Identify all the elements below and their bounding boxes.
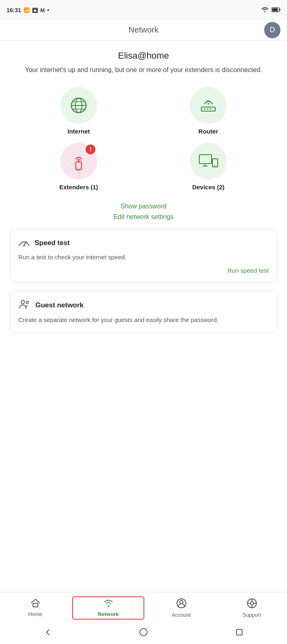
extenders-label: Extenders (1) (59, 184, 98, 191)
svg-rect-26 (33, 603, 38, 607)
account-nav-icon (176, 598, 187, 610)
devices-icon-circle (190, 143, 227, 180)
network-name: Elisa@home (10, 50, 277, 61)
globe-icon (69, 96, 88, 115)
speed-test-title: Speed test (35, 239, 70, 247)
svg-rect-2 (280, 9, 280, 11)
devices-label: Devices (2) (192, 184, 224, 191)
extender-icon (71, 151, 86, 171)
nav-item-network[interactable]: Network (72, 596, 144, 620)
user-avatar[interactable]: D (264, 22, 280, 38)
system-nav (0, 622, 287, 644)
run-speed-test-link[interactable]: Run speed test (227, 267, 269, 274)
wifi-icon (261, 7, 269, 14)
devices-item[interactable]: Devices (2) (148, 143, 269, 191)
nav-item-support[interactable]: Support (216, 596, 287, 620)
svg-point-35 (140, 629, 147, 636)
support-nav-label: Support (243, 612, 261, 618)
back-button[interactable] (42, 626, 54, 638)
svg-point-12 (210, 108, 211, 110)
svg-rect-1 (272, 9, 278, 11)
svg-point-25 (26, 301, 29, 304)
notification-icon: ■ (32, 8, 38, 13)
error-badge: ! (86, 145, 95, 154)
dot-icon: • (47, 7, 49, 13)
network-status-message: Your internet's up and running, but one … (10, 65, 277, 75)
speed-test-card: Speed test Run a test to check your inte… (10, 229, 277, 283)
router-item[interactable]: Router (148, 87, 269, 135)
svg-point-28 (180, 600, 183, 604)
svg-point-30 (250, 602, 254, 605)
svg-rect-14 (76, 162, 82, 169)
status-bar: 16:31 📶 ■ M • (0, 0, 287, 20)
edit-network-link[interactable]: Edit network settings (10, 213, 277, 221)
guest-network-title: Guest network (35, 301, 84, 309)
nav-item-account[interactable]: Account (146, 596, 216, 620)
router-label: Router (199, 128, 218, 135)
svg-point-24 (21, 300, 24, 304)
svg-point-21 (214, 165, 215, 166)
status-time: 16:31 (7, 7, 21, 13)
network-nav-icon (103, 599, 114, 609)
recent-apps-button[interactable] (233, 626, 245, 638)
svg-rect-17 (199, 155, 212, 164)
nav-item-home[interactable]: Home (0, 596, 71, 620)
router-icon (198, 96, 219, 114)
guest-network-card: Guest network Create a separate network … (10, 291, 277, 333)
main-content: Elisa@home Your internet's up and runnin… (0, 41, 287, 592)
home-nav-icon (30, 598, 41, 609)
support-nav-icon (247, 598, 257, 610)
svg-point-10 (204, 108, 205, 110)
bottom-nav: Home Network Account (0, 592, 287, 622)
svg-point-11 (207, 108, 208, 110)
battery-icon (272, 7, 280, 14)
signal-icon: 📶 (24, 7, 30, 13)
guest-network-description: Create a separate network for your guest… (18, 315, 269, 325)
network-nav-label: Network (98, 611, 119, 617)
gmail-icon: M (40, 7, 45, 13)
speed-test-action: Run speed test (18, 267, 269, 274)
router-icon-circle (190, 87, 227, 124)
page-title: Network (128, 25, 158, 35)
home-button[interactable] (137, 626, 150, 638)
speed-test-header: Speed test (18, 237, 269, 249)
speed-test-description: Run a test to check your internet speed. (18, 253, 269, 262)
svg-point-23 (23, 245, 25, 246)
device-grid: Internet Router (10, 87, 277, 191)
svg-point-8 (208, 103, 209, 105)
home-nav-label: Home (28, 611, 42, 617)
internet-label: Internet (67, 128, 90, 135)
internet-item[interactable]: Internet (18, 87, 139, 135)
show-password-link[interactable]: Show password (10, 203, 277, 210)
devices-icon (198, 152, 219, 170)
extenders-icon-circle: ! (60, 143, 97, 180)
svg-rect-36 (236, 629, 242, 635)
extenders-item[interactable]: ! Extenders (1) (18, 143, 139, 191)
guest-network-icon (18, 299, 31, 311)
internet-icon-circle (60, 87, 97, 124)
speed-test-icon (18, 237, 30, 249)
header: Network D (0, 20, 287, 41)
svg-rect-9 (201, 107, 215, 111)
guest-network-header: Guest network (18, 299, 269, 311)
account-nav-label: Account (172, 612, 191, 618)
